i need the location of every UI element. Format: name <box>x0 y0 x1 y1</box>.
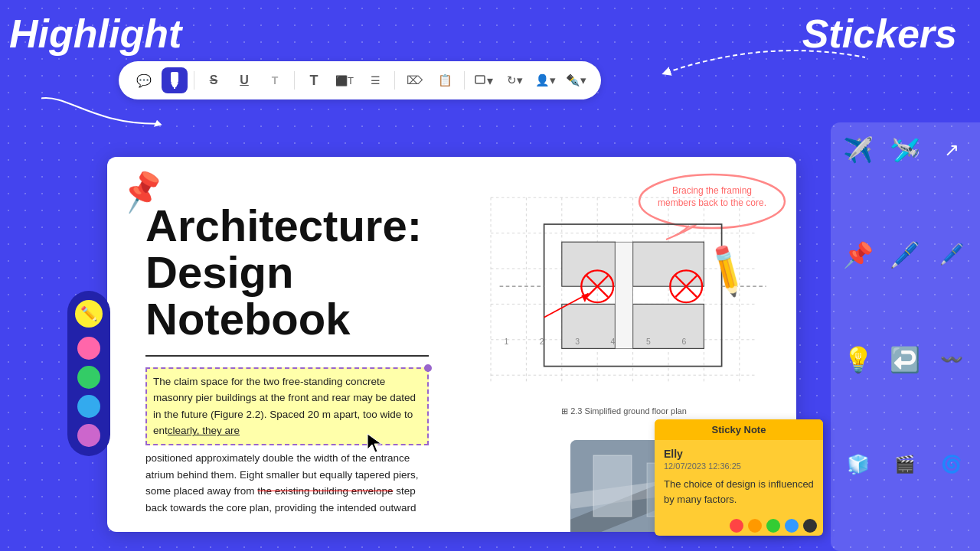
svg-rect-24 <box>562 242 616 286</box>
sep4 <box>464 71 465 90</box>
user-btn[interactable]: 👤▾ <box>532 67 558 93</box>
highlight-btn[interactable] <box>162 67 188 93</box>
svg-rect-28 <box>615 242 632 348</box>
svg-rect-4 <box>475 76 485 83</box>
stamp-btn[interactable]: 📋 <box>432 67 458 93</box>
color-purple[interactable] <box>77 424 100 447</box>
sticker-lightbulb[interactable]: 💡 <box>837 338 879 380</box>
svg-text:6: 6 <box>681 337 686 346</box>
sticker-tack-green[interactable]: 🖊️ <box>884 233 926 276</box>
rect-btn[interactable]: ▾ <box>471 67 497 93</box>
sticky-author: Elly <box>664 448 814 460</box>
svg-text:2: 2 <box>540 337 544 346</box>
doc-divider <box>145 355 429 357</box>
svg-text:1: 1 <box>504 337 508 346</box>
stickers-panel: ✈️ 🛩️ ↗ 📌 🖊️ 🖊️ 💡 ↩️ 〰️ 🧊 🎬 🌀 <box>831 122 980 551</box>
pen-color-btn[interactable]: ✏️ <box>75 300 103 328</box>
sticker-wave[interactable]: 🌀 <box>930 443 972 485</box>
sticky-note: Sticky Note Elly 12/07/2023 12:36:25 The… <box>655 419 823 536</box>
sticky-header: Sticky Note <box>655 419 823 440</box>
floor-plan-caption: ⊞ 2.3 Simplified ground floor plan <box>467 406 781 416</box>
highlight-title: Highlight <box>9 11 181 57</box>
pen-tool-btn[interactable]: ✒️▾ <box>563 67 589 93</box>
strikethrough-text: the existing building envelope <box>257 485 393 497</box>
sticky-dot-dark[interactable] <box>803 519 817 533</box>
text-col-btn[interactable]: ☰ <box>362 67 388 93</box>
sep2 <box>294 71 295 90</box>
color-pink[interactable] <box>77 337 100 360</box>
doc-body-text: positioned approximately double the widt… <box>145 450 429 516</box>
text-btn[interactable]: T <box>262 67 288 93</box>
color-palette: ✏️ <box>67 291 110 456</box>
sticker-arrow-back[interactable]: ↩️ <box>884 338 926 380</box>
sticky-dot-orange[interactable] <box>748 519 762 533</box>
sticker-clapperboard[interactable]: 🎬 <box>884 443 926 485</box>
sticky-dot-blue[interactable] <box>785 519 799 533</box>
text-embed-btn[interactable]: ⬛T <box>332 67 358 93</box>
text-size-btn[interactable]: T <box>301 67 327 93</box>
svg-marker-2 <box>171 83 178 87</box>
sticky-footer <box>655 516 823 536</box>
svg-text:3: 3 <box>575 337 580 346</box>
doc-title: Architecture:Design Notebook <box>145 203 429 343</box>
highlighted-text: The claim space for the two free-standin… <box>153 376 416 437</box>
strikethrough-btn[interactable]: S <box>201 67 227 93</box>
rect-icon <box>475 75 487 86</box>
sticker-swirl[interactable]: 〰️ <box>930 338 972 380</box>
svg-rect-26 <box>562 304 616 348</box>
svg-rect-1 <box>171 72 178 83</box>
svg-text:5: 5 <box>646 337 651 346</box>
sticky-dot-green[interactable] <box>766 519 780 533</box>
svg-rect-27 <box>633 304 704 348</box>
sticker-eraser[interactable]: 🧊 <box>837 443 879 485</box>
rotate-btn[interactable]: ↻▾ <box>501 67 528 93</box>
sticker-pen-teal[interactable]: 🖊️ <box>930 233 972 276</box>
sep3 <box>394 71 395 90</box>
sticky-content: The choice of design is influenced by ma… <box>664 477 814 507</box>
doc-left-column: Architecture:Design Notebook The claim s… <box>107 157 452 532</box>
color-blue[interactable] <box>77 395 100 418</box>
comment-btn[interactable]: 💬 <box>131 67 157 93</box>
dashed-curve <box>658 34 873 80</box>
toolbar: 💬 S U T T ⬛T ☰ ⌦ 📋 ▾ ↻▾ 👤▾ ✒️▾ <box>119 61 601 99</box>
sticker-pin-red[interactable]: 📌 <box>837 233 879 276</box>
sticky-date: 12/07/2023 12:36:25 <box>664 461 814 471</box>
eraser-btn[interactable]: ⌦ <box>401 67 427 93</box>
svg-rect-48 <box>593 455 632 517</box>
sep1 <box>194 71 194 90</box>
sticker-paper-plane[interactable]: ✈️ <box>837 129 879 171</box>
highlighter-icon <box>168 72 181 89</box>
svg-text:4: 4 <box>611 337 616 346</box>
sticker-plane2[interactable]: 🛩️ <box>884 129 926 171</box>
sticky-body: Elly 12/07/2023 12:36:25 The choice of d… <box>655 440 823 516</box>
highlight-box: The claim space for the two free-standin… <box>145 367 429 445</box>
sticker-arrow-up[interactable]: ↗ <box>930 129 972 171</box>
underline-btn[interactable]: U <box>231 67 257 93</box>
sticky-dot-red[interactable] <box>730 519 743 533</box>
color-green[interactable] <box>77 366 100 389</box>
